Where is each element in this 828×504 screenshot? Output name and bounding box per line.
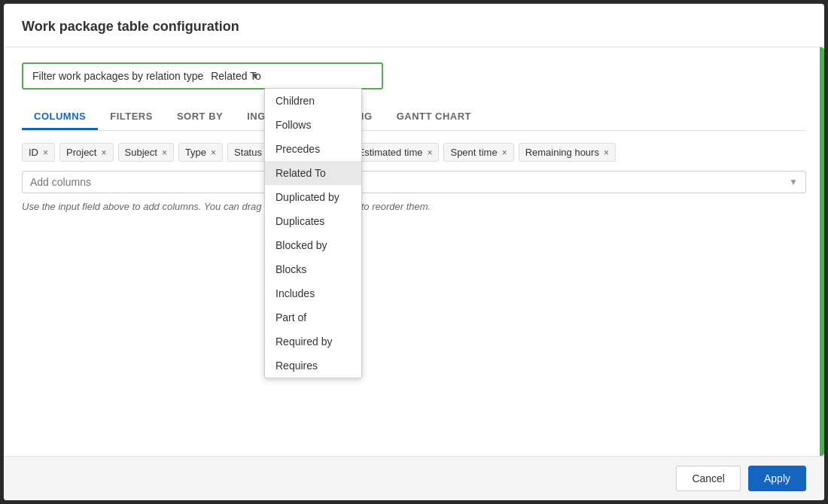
chip-project: Project× bbox=[59, 143, 113, 162]
chip-spent_time: Spent time× bbox=[443, 143, 513, 162]
tab-sort_by[interactable]: SORT BY bbox=[165, 105, 235, 130]
chip-close-subject[interactable]: × bbox=[162, 148, 167, 157]
cancel-button[interactable]: Cancel bbox=[676, 466, 741, 491]
chip-label-type: Type bbox=[185, 147, 206, 158]
chip-label-remaining_hours: Remaining hours bbox=[525, 147, 599, 158]
dropdown-item[interactable]: Follows bbox=[265, 113, 361, 137]
chip-label-spent_time: Spent time bbox=[450, 147, 497, 158]
add-columns-wrapper[interactable]: ▼ bbox=[22, 171, 806, 193]
chip-close-estimated_time[interactable]: × bbox=[427, 148, 432, 157]
relation-dropdown-menu: ChildrenFollowsPrecedesRelated ToDuplica… bbox=[264, 88, 362, 378]
modal-title: Work package table configuration bbox=[22, 19, 806, 35]
dropdown-item[interactable]: Includes bbox=[265, 281, 361, 305]
chip-close-project[interactable]: × bbox=[101, 148, 106, 157]
chip-label-estimated_time: Estimated time bbox=[358, 147, 422, 158]
columns-hint-text: Use the input field above to add columns… bbox=[22, 201, 806, 212]
filter-select-value: Related To bbox=[211, 70, 261, 82]
filter-select-wrapper[interactable]: Related To ▼ bbox=[211, 70, 261, 82]
modal-overlay: Work package table configuration Filter … bbox=[0, 0, 828, 504]
dropdown-item[interactable]: Requires bbox=[265, 354, 361, 378]
chip-id: ID× bbox=[22, 143, 55, 162]
dropdown-item[interactable]: Precedes bbox=[265, 137, 361, 161]
tabs-bar: COLUMNSFILTERSSORT BYINGsHIGHLIGHTINGGAN… bbox=[22, 105, 806, 131]
chip-label-subject: Subject bbox=[125, 147, 157, 158]
modal-footer: Cancel Apply bbox=[4, 456, 824, 500]
green-side-bar bbox=[820, 47, 824, 456]
chip-close-type[interactable]: × bbox=[211, 148, 216, 157]
dropdown-item[interactable]: Part of bbox=[265, 305, 361, 329]
chip-estimated_time: Estimated time× bbox=[351, 143, 439, 162]
dropdown-item[interactable]: Required by bbox=[265, 329, 361, 354]
chip-close-id[interactable]: × bbox=[43, 148, 48, 157]
tab-filters[interactable]: FILTERS bbox=[98, 105, 165, 130]
dropdown-item[interactable]: Duplicates bbox=[265, 209, 361, 233]
dropdown-item[interactable]: Blocked by bbox=[265, 233, 361, 257]
dropdown-item[interactable]: Duplicated by bbox=[265, 185, 361, 209]
modal-body: Filter work packages by relation type Re… bbox=[4, 47, 824, 456]
chip-close-spent_time[interactable]: × bbox=[502, 148, 507, 157]
chip-type: Type× bbox=[178, 143, 223, 162]
modal-header: Work package table configuration bbox=[4, 4, 824, 47]
columns-section: ID×Project×Subject×Type×Status×Assignee×… bbox=[22, 143, 806, 212]
column-chips-container: ID×Project×Subject×Type×Status×Assignee×… bbox=[22, 143, 806, 162]
add-columns-dropdown-icon: ▼ bbox=[789, 177, 798, 187]
chip-subject: Subject× bbox=[118, 143, 174, 162]
dropdown-item[interactable]: Related To bbox=[265, 161, 361, 185]
dropdown-item[interactable]: Blocks bbox=[265, 257, 361, 281]
chip-label-status: Status bbox=[234, 147, 262, 158]
tab-columns[interactable]: COLUMNS bbox=[22, 105, 98, 130]
chip-remaining_hours: Remaining hours× bbox=[519, 143, 616, 162]
filter-label: Filter work packages by relation type bbox=[32, 70, 203, 82]
chip-label-id: ID bbox=[29, 147, 38, 158]
filter-relation-row: Filter work packages by relation type Re… bbox=[22, 62, 383, 90]
chip-label-project: Project bbox=[66, 147, 96, 158]
apply-button[interactable]: Apply bbox=[748, 466, 806, 491]
add-columns-input[interactable] bbox=[30, 176, 789, 188]
modal-dialog: Work package table configuration Filter … bbox=[4, 4, 824, 500]
chip-close-remaining_hours[interactable]: × bbox=[604, 148, 609, 157]
tab-gantt_chart[interactable]: GANTT CHART bbox=[385, 105, 483, 130]
dropdown-item[interactable]: Children bbox=[265, 89, 361, 113]
